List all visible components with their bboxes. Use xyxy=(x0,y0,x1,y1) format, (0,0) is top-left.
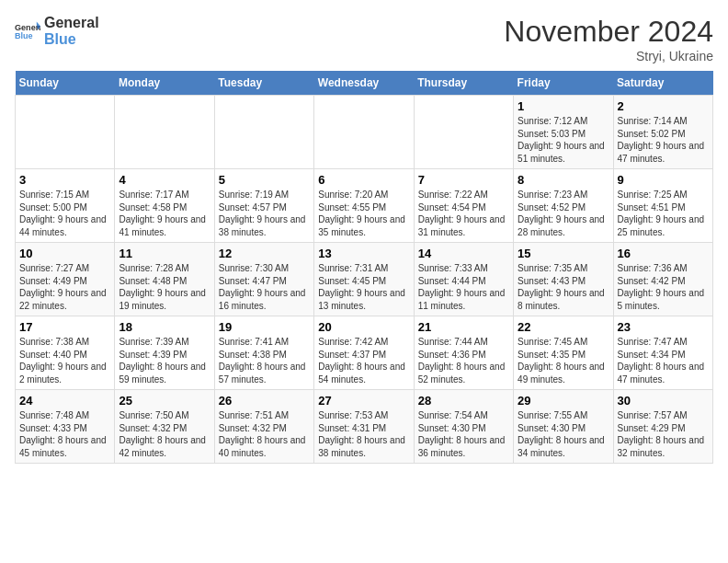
day-info: Sunrise: 7:47 AM Sunset: 4:34 PM Dayligh… xyxy=(618,336,709,385)
day-number: 13 xyxy=(318,247,409,260)
day-number: 6 xyxy=(318,173,409,187)
calendar-cell: 1Sunrise: 7:12 AM Sunset: 5:03 PM Daylig… xyxy=(514,96,613,169)
day-number: 24 xyxy=(19,394,110,408)
calendar-cell: 13Sunrise: 7:31 AM Sunset: 4:45 PM Dayli… xyxy=(314,243,414,316)
day-info: Sunrise: 7:15 AM Sunset: 5:00 PM Dayligh… xyxy=(19,189,110,238)
day-number: 22 xyxy=(518,320,609,334)
logo-blue-text: Blue xyxy=(44,31,99,48)
day-number: 9 xyxy=(618,173,709,187)
day-info: Sunrise: 7:41 AM Sunset: 4:38 PM Dayligh… xyxy=(219,336,310,385)
calendar-cell: 30Sunrise: 7:57 AM Sunset: 4:29 PM Dayli… xyxy=(613,390,712,464)
day-header-sunday: Sunday xyxy=(16,71,115,96)
calendar-cell xyxy=(414,96,513,169)
calendar-cell xyxy=(16,96,115,169)
day-number: 17 xyxy=(19,320,110,334)
calendar-cell: 22Sunrise: 7:45 AM Sunset: 4:35 PM Dayli… xyxy=(514,316,613,390)
day-number: 20 xyxy=(318,320,409,334)
calendar-cell: 4Sunrise: 7:17 AM Sunset: 4:58 PM Daylig… xyxy=(115,169,214,243)
calendar-cell: 29Sunrise: 7:55 AM Sunset: 4:30 PM Dayli… xyxy=(514,390,613,464)
calendar-cell xyxy=(314,96,414,169)
calendar-header: SundayMondayTuesdayWednesdayThursdayFrid… xyxy=(16,71,713,96)
calendar-week-3: 10Sunrise: 7:27 AM Sunset: 4:49 PM Dayli… xyxy=(16,243,713,316)
day-info: Sunrise: 7:38 AM Sunset: 4:40 PM Dayligh… xyxy=(19,336,110,385)
day-number: 11 xyxy=(119,247,210,260)
day-number: 12 xyxy=(219,247,310,260)
calendar-cell: 27Sunrise: 7:53 AM Sunset: 4:31 PM Dayli… xyxy=(314,390,414,464)
day-header-tuesday: Tuesday xyxy=(214,71,313,96)
day-info: Sunrise: 7:48 AM Sunset: 4:33 PM Dayligh… xyxy=(19,409,110,459)
day-info: Sunrise: 7:51 AM Sunset: 4:32 PM Dayligh… xyxy=(219,409,310,459)
calendar-cell: 14Sunrise: 7:33 AM Sunset: 4:44 PM Dayli… xyxy=(414,243,513,316)
month-title: November 2024 xyxy=(504,15,713,49)
calendar-cell: 7Sunrise: 7:22 AM Sunset: 4:54 PM Daylig… xyxy=(414,169,513,243)
day-info: Sunrise: 7:39 AM Sunset: 4:39 PM Dayligh… xyxy=(119,336,210,385)
calendar-cell: 19Sunrise: 7:41 AM Sunset: 4:38 PM Dayli… xyxy=(214,316,313,390)
day-info: Sunrise: 7:54 AM Sunset: 4:30 PM Dayligh… xyxy=(418,409,509,459)
day-number: 1 xyxy=(518,99,609,113)
day-number: 15 xyxy=(518,247,609,260)
day-info: Sunrise: 7:55 AM Sunset: 4:30 PM Dayligh… xyxy=(518,409,609,459)
calendar-cell: 16Sunrise: 7:36 AM Sunset: 4:42 PM Dayli… xyxy=(613,243,712,316)
day-info: Sunrise: 7:27 AM Sunset: 4:49 PM Dayligh… xyxy=(19,262,110,312)
svg-text:Blue: Blue xyxy=(15,31,33,40)
day-number: 14 xyxy=(418,247,509,260)
day-info: Sunrise: 7:50 AM Sunset: 4:32 PM Dayligh… xyxy=(119,409,210,459)
logo-general-text: General xyxy=(44,15,99,31)
day-number: 16 xyxy=(618,247,709,260)
day-info: Sunrise: 7:31 AM Sunset: 4:45 PM Dayligh… xyxy=(318,262,409,312)
day-info: Sunrise: 7:19 AM Sunset: 4:57 PM Dayligh… xyxy=(219,189,310,238)
day-info: Sunrise: 7:20 AM Sunset: 4:55 PM Dayligh… xyxy=(318,189,409,238)
day-number: 3 xyxy=(19,173,110,187)
day-header-monday: Monday xyxy=(115,71,214,96)
calendar-cell: 2Sunrise: 7:14 AM Sunset: 5:02 PM Daylig… xyxy=(613,96,712,169)
day-info: Sunrise: 7:25 AM Sunset: 4:51 PM Dayligh… xyxy=(618,189,709,238)
day-number: 28 xyxy=(418,394,509,408)
calendar-cell: 26Sunrise: 7:51 AM Sunset: 4:32 PM Dayli… xyxy=(214,390,313,464)
calendar-cell: 18Sunrise: 7:39 AM Sunset: 4:39 PM Dayli… xyxy=(115,316,214,390)
calendar-week-1: 1Sunrise: 7:12 AM Sunset: 5:03 PM Daylig… xyxy=(16,96,713,169)
calendar-cell: 21Sunrise: 7:44 AM Sunset: 4:36 PM Dayli… xyxy=(414,316,513,390)
page-header: General Blue General Blue November 2024 … xyxy=(15,15,713,63)
day-number: 2 xyxy=(618,99,709,113)
calendar-cell xyxy=(115,96,214,169)
calendar-cell: 9Sunrise: 7:25 AM Sunset: 4:51 PM Daylig… xyxy=(613,169,712,243)
day-number: 25 xyxy=(119,394,210,408)
day-info: Sunrise: 7:35 AM Sunset: 4:43 PM Dayligh… xyxy=(518,262,609,312)
logo: General Blue General Blue xyxy=(15,15,99,47)
calendar-cell: 8Sunrise: 7:23 AM Sunset: 4:52 PM Daylig… xyxy=(514,169,613,243)
calendar-cell: 6Sunrise: 7:20 AM Sunset: 4:55 PM Daylig… xyxy=(314,169,414,243)
day-info: Sunrise: 7:12 AM Sunset: 5:03 PM Dayligh… xyxy=(518,115,609,165)
day-header-thursday: Thursday xyxy=(414,71,513,96)
calendar-week-5: 24Sunrise: 7:48 AM Sunset: 4:33 PM Dayli… xyxy=(16,390,713,464)
day-info: Sunrise: 7:17 AM Sunset: 4:58 PM Dayligh… xyxy=(119,189,210,238)
day-number: 23 xyxy=(618,320,709,334)
day-header-saturday: Saturday xyxy=(613,71,712,96)
day-info: Sunrise: 7:36 AM Sunset: 4:42 PM Dayligh… xyxy=(618,262,709,312)
day-number: 7 xyxy=(418,173,509,187)
day-number: 4 xyxy=(119,173,210,187)
calendar-cell: 3Sunrise: 7:15 AM Sunset: 5:00 PM Daylig… xyxy=(16,169,115,243)
day-header-friday: Friday xyxy=(514,71,613,96)
calendar-week-2: 3Sunrise: 7:15 AM Sunset: 5:00 PM Daylig… xyxy=(16,169,713,243)
day-number: 5 xyxy=(219,173,310,187)
day-info: Sunrise: 7:23 AM Sunset: 4:52 PM Dayligh… xyxy=(518,189,609,238)
day-info: Sunrise: 7:28 AM Sunset: 4:48 PM Dayligh… xyxy=(119,262,210,312)
calendar-cell: 17Sunrise: 7:38 AM Sunset: 4:40 PM Dayli… xyxy=(16,316,115,390)
calendar-cell: 11Sunrise: 7:28 AM Sunset: 4:48 PM Dayli… xyxy=(115,243,214,316)
day-header-wednesday: Wednesday xyxy=(314,71,414,96)
day-info: Sunrise: 7:57 AM Sunset: 4:29 PM Dayligh… xyxy=(618,409,709,459)
calendar-cell: 25Sunrise: 7:50 AM Sunset: 4:32 PM Dayli… xyxy=(115,390,214,464)
calendar-cell: 24Sunrise: 7:48 AM Sunset: 4:33 PM Dayli… xyxy=(16,390,115,464)
calendar-cell: 10Sunrise: 7:27 AM Sunset: 4:49 PM Dayli… xyxy=(16,243,115,316)
day-number: 29 xyxy=(518,394,609,408)
day-info: Sunrise: 7:33 AM Sunset: 4:44 PM Dayligh… xyxy=(418,262,509,312)
day-number: 19 xyxy=(219,320,310,334)
calendar-cell: 23Sunrise: 7:47 AM Sunset: 4:34 PM Dayli… xyxy=(613,316,712,390)
day-info: Sunrise: 7:22 AM Sunset: 4:54 PM Dayligh… xyxy=(418,189,509,238)
calendar-cell: 15Sunrise: 7:35 AM Sunset: 4:43 PM Dayli… xyxy=(514,243,613,316)
day-info: Sunrise: 7:30 AM Sunset: 4:47 PM Dayligh… xyxy=(219,262,310,312)
calendar-cell: 28Sunrise: 7:54 AM Sunset: 4:30 PM Dayli… xyxy=(414,390,513,464)
day-info: Sunrise: 7:53 AM Sunset: 4:31 PM Dayligh… xyxy=(318,409,409,459)
location: Stryi, Ukraine xyxy=(504,49,713,63)
calendar-cell xyxy=(214,96,313,169)
